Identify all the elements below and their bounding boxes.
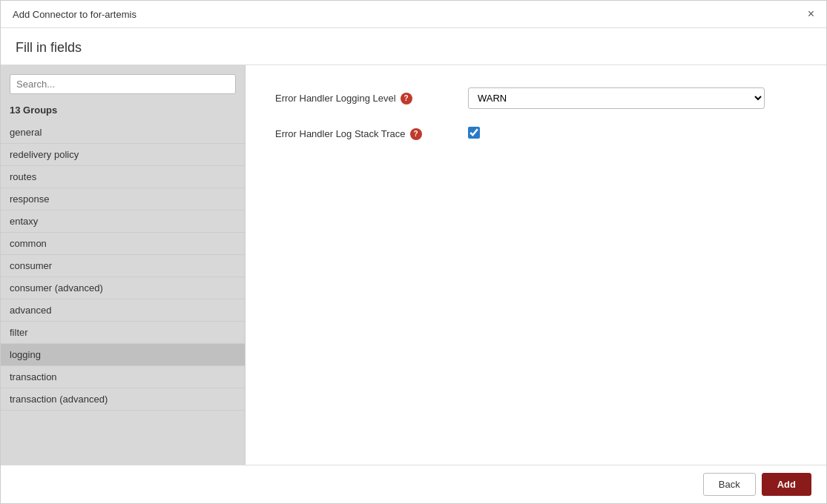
help-icon-log-stack-trace[interactable]: ?: [410, 128, 422, 140]
sidebar-item-transaction-advanced[interactable]: transaction (advanced): [1, 388, 245, 411]
field-label-log-stack-trace: Error Handler Log Stack Trace ?: [275, 128, 468, 140]
sidebar-item-response[interactable]: response: [1, 188, 245, 210]
back-button[interactable]: Back: [703, 473, 756, 496]
modal-footer: Back Add: [1, 465, 826, 503]
modal-title: Add Connector to for-artemis: [13, 9, 136, 20]
sidebar-item-general[interactable]: general: [1, 122, 245, 144]
help-icon-logging-level[interactable]: ?: [401, 93, 412, 105]
sidebar-item-common[interactable]: common: [1, 233, 245, 255]
modal-header: Add Connector to for-artemis ×: [1, 1, 826, 28]
field-label-text-log-stack-trace: Error Handler Log Stack Trace: [275, 128, 406, 139]
nav-list: general redelivery policy routes respons…: [1, 122, 245, 411]
modal-subheader: Fill in fields: [1, 28, 826, 65]
sidebar-item-entaxy[interactable]: entaxy: [1, 210, 245, 233]
sidebar-item-filter[interactable]: filter: [1, 322, 245, 344]
close-button[interactable]: ×: [808, 8, 814, 20]
logging-level-select[interactable]: TRACE DEBUG INFO WARN ERROR FATAL OFF: [468, 87, 765, 109]
modal-body: 13 Groups general redelivery policy rout…: [1, 65, 826, 465]
field-label-text-logging-level: Error Handler Logging Level: [275, 93, 396, 104]
sidebar-item-logging[interactable]: logging: [1, 344, 245, 366]
sidebar-item-transaction[interactable]: transaction: [1, 366, 245, 388]
sidebar-item-redelivery-policy[interactable]: redelivery policy: [1, 144, 245, 166]
group-count-label: 13 Groups: [1, 100, 245, 122]
modal-container: Add Connector to for-artemis × Fill in f…: [0, 0, 827, 504]
sidebar-item-advanced[interactable]: advanced: [1, 299, 245, 322]
field-row-log-stack-trace: Error Handler Log Stack Trace ?: [275, 127, 797, 141]
search-box: [10, 74, 236, 94]
content-area: Error Handler Logging Level ? TRACE DEBU…: [246, 65, 826, 465]
log-stack-trace-checkbox[interactable]: [468, 127, 480, 139]
sidebar-item-consumer[interactable]: consumer: [1, 255, 245, 277]
field-label-logging-level: Error Handler Logging Level ?: [275, 93, 468, 105]
field-control-log-stack-trace: [468, 127, 797, 141]
field-control-logging-level: TRACE DEBUG INFO WARN ERROR FATAL OFF: [468, 87, 797, 109]
sidebar: 13 Groups general redelivery policy rout…: [1, 65, 246, 465]
search-input[interactable]: [10, 74, 236, 94]
field-row-logging-level: Error Handler Logging Level ? TRACE DEBU…: [275, 87, 797, 109]
sidebar-item-consumer-advanced[interactable]: consumer (advanced): [1, 277, 245, 299]
modal-subtitle: Fill in fields: [16, 40, 811, 56]
sidebar-item-routes[interactable]: routes: [1, 166, 245, 188]
add-button[interactable]: Add: [762, 473, 811, 496]
